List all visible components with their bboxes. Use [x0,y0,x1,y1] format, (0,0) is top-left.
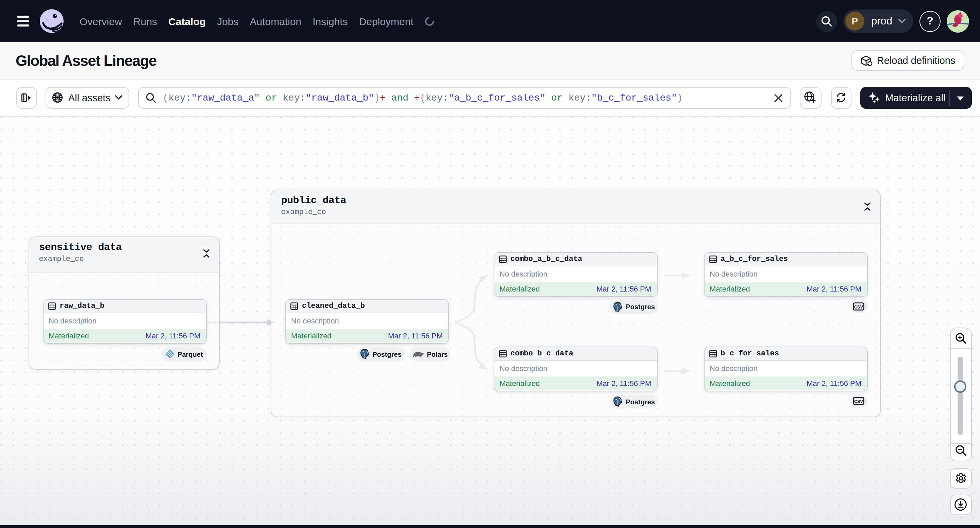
svg-text:CSV: CSV [854,304,863,309]
svg-text:CSV: CSV [854,399,863,404]
